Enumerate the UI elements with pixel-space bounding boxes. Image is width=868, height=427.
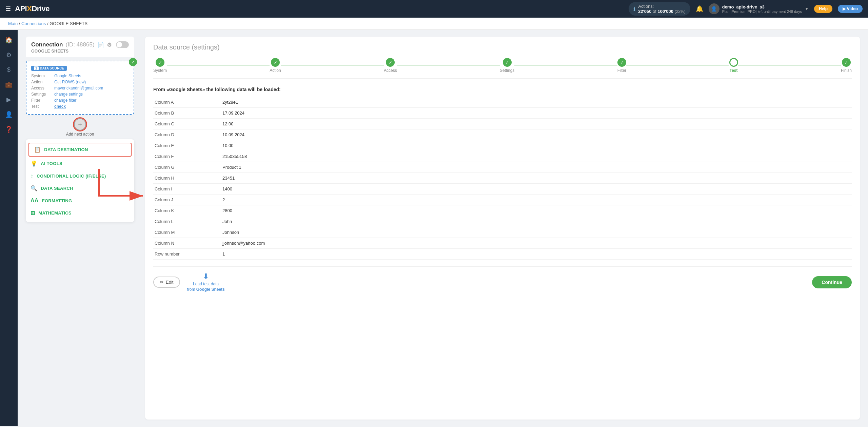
action-menu: 📋 DATA DESTINATION💡 AI TOOLS↕ CONDITIONA… bbox=[26, 139, 134, 222]
step-access[interactable]: ✓ Access bbox=[384, 58, 397, 73]
datasource-title: Data source (settings) bbox=[153, 43, 852, 51]
step-dot-access: ✓ bbox=[386, 58, 395, 67]
bell-icon[interactable]: 🔔 bbox=[696, 5, 703, 13]
logo-text: APIXDrive bbox=[15, 4, 50, 13]
datasource-row-value[interactable]: change filter bbox=[54, 98, 76, 103]
step-system[interactable]: ✓ System bbox=[153, 58, 167, 73]
sidebar-icon-help[interactable]: ❓ bbox=[3, 123, 15, 136]
menu-item-ai_tools[interactable]: 💡 AI TOOLS bbox=[26, 157, 134, 170]
datasource-row-value[interactable]: maverickandrii@gmail.com bbox=[54, 86, 103, 90]
step-test[interactable]: Test bbox=[729, 58, 738, 73]
logo: APIXDrive bbox=[15, 4, 50, 13]
table-row: Column H 23451 bbox=[153, 173, 852, 184]
table-row: Column K 2800 bbox=[153, 205, 852, 216]
table-cell-col: Column K bbox=[153, 205, 221, 216]
step-dot-system: ✓ bbox=[156, 58, 164, 67]
topnav-right: 🔔 👤 demo_apix-drive_s3 Plan |Premium PRO… bbox=[696, 3, 863, 14]
datasource-row-label: Action bbox=[31, 80, 52, 84]
table-row: Column D 10.09.2024 bbox=[153, 129, 852, 140]
table-cell-col: Column G bbox=[153, 162, 221, 173]
settings-icon[interactable]: ⚙ bbox=[107, 42, 112, 48]
step-connector bbox=[626, 65, 729, 65]
menu-item-data_search[interactable]: 🔍 DATA SEARCH bbox=[26, 182, 134, 195]
menu-item-label-data_destination: DATA DESTINATION bbox=[44, 147, 88, 152]
sidebar-icon-tools[interactable]: 💼 bbox=[3, 79, 15, 91]
step-dot-action: ✓ bbox=[271, 58, 280, 67]
table-cell-val: Product 1 bbox=[221, 162, 852, 173]
table-row: Column C 12:00 bbox=[153, 119, 852, 129]
sidebar-icon-play[interactable]: ▶ bbox=[3, 94, 15, 106]
table-cell-col: Column B bbox=[153, 108, 221, 119]
datasource-row-value[interactable]: Get ROWS (new) bbox=[54, 80, 86, 84]
add-action-button[interactable]: + bbox=[74, 118, 86, 130]
data-intro: From «Google Sheets» the following data … bbox=[153, 87, 852, 92]
sidebar-icon-home[interactable]: 🏠 bbox=[3, 34, 15, 46]
datasource-rows: System Google SheetsAction Get ROWS (new… bbox=[31, 74, 129, 109]
breadcrumb-current: GOOGLE SHEETS bbox=[50, 21, 87, 26]
edit-button[interactable]: ✏ Edit bbox=[153, 277, 180, 288]
step-connector bbox=[397, 65, 500, 65]
table-cell-col: Column C bbox=[153, 119, 221, 129]
datasource-row-value[interactable]: Google Sheets bbox=[54, 74, 81, 78]
table-cell-val: 1400 bbox=[221, 184, 852, 195]
help-button[interactable]: Help bbox=[814, 5, 832, 13]
user-menu[interactable]: 👤 demo_apix-drive_s3 Plan |Premium PRO| … bbox=[709, 3, 809, 14]
datasource-row: Settings change settings bbox=[31, 92, 129, 97]
datasource-row-value[interactable]: change settings bbox=[54, 92, 83, 97]
step-connector bbox=[281, 65, 384, 65]
step-action[interactable]: ✓ Action bbox=[270, 58, 281, 73]
add-action-label: Add next action bbox=[66, 132, 94, 137]
step-label-action: Action bbox=[270, 68, 281, 73]
continue-button[interactable]: Continue bbox=[812, 276, 852, 288]
table-cell-col: Column D bbox=[153, 129, 221, 140]
table-cell-val: 10.09.2024 bbox=[221, 129, 852, 140]
table-row: Row number 1 bbox=[153, 249, 852, 260]
pencil-icon: ✏ bbox=[160, 280, 164, 285]
breadcrumb-main[interactable]: Main bbox=[8, 21, 18, 26]
stepper: ✓ System✓ Action✓ Access✓ Settings✓ Filt… bbox=[153, 58, 852, 79]
menu-item-label-ai_tools: AI TOOLS bbox=[41, 161, 62, 166]
toggle-switch[interactable] bbox=[116, 41, 129, 48]
table-cell-val: 2 bbox=[221, 195, 852, 205]
menu-item-data_destination[interactable]: 📋 DATA DESTINATION bbox=[28, 143, 132, 157]
menu-item-formatting[interactable]: Aa FORMATTING bbox=[26, 195, 134, 207]
step-label-finish: Finish bbox=[841, 68, 852, 73]
datasource-row-label: Access bbox=[31, 86, 52, 90]
video-button[interactable]: ▶ Video bbox=[838, 5, 863, 13]
topnav: ☰ APIXDrive ℹ Actions: 22'050 of 100'000… bbox=[0, 0, 868, 18]
sidebar-icon-user[interactable]: 👤 bbox=[3, 108, 15, 121]
breadcrumb-connections[interactable]: Connections bbox=[21, 21, 46, 26]
add-action-section: + Add next action bbox=[26, 118, 134, 137]
table-cell-val: 2yt28e1 bbox=[221, 97, 852, 108]
step-filter[interactable]: ✓ Filter bbox=[617, 58, 627, 73]
table-row: Column J 2 bbox=[153, 195, 852, 205]
table-cell-col: Column H bbox=[153, 173, 221, 184]
hamburger-icon[interactable]: ☰ bbox=[5, 5, 11, 13]
content: Connection (ID: 48865) 📄 ⚙ GOOGLE SHEETS… bbox=[18, 30, 868, 426]
menu-item-mathematics[interactable]: ⊞ MATHEMATICS bbox=[26, 207, 134, 219]
menu-item-icon-data_search: 🔍 bbox=[31, 185, 37, 191]
table-cell-col: Column M bbox=[153, 227, 221, 238]
sidebar-icon-billing[interactable]: $ bbox=[3, 64, 15, 76]
datasource-row: Test check bbox=[31, 104, 129, 109]
actions-pill: ℹ Actions: 22'050 of 100'000 (22%) bbox=[629, 2, 690, 16]
download-icon: ⬇ bbox=[203, 272, 209, 281]
menu-item-conditional_logic[interactable]: ↕ CONDITIONAL LOGIC (IF/ELSE) bbox=[26, 170, 134, 182]
load-test-data-button[interactable]: ⬇ Load test data from Google Sheets bbox=[187, 272, 224, 292]
datasource-row-value[interactable]: check bbox=[54, 104, 66, 109]
copy-icon[interactable]: 📄 bbox=[97, 42, 104, 48]
sidebar-icon-connections[interactable]: ⚙ bbox=[3, 49, 15, 61]
avatar: 👤 bbox=[709, 3, 719, 14]
main-layout: 🏠 ⚙ $ 💼 ▶ 👤 ❓ Connection (ID: 48865) 📄 ⚙ bbox=[0, 30, 868, 426]
table-cell-col: Column N bbox=[153, 238, 221, 249]
step-settings[interactable]: ✓ Settings bbox=[500, 58, 514, 73]
table-cell-col: Column L bbox=[153, 216, 221, 227]
datasource-row: Filter change filter bbox=[31, 98, 129, 103]
step-label-settings: Settings bbox=[500, 68, 514, 73]
datasource-row-label: Filter bbox=[31, 98, 52, 103]
user-details: demo_apix-drive_s3 Plan |Premium PRO| le… bbox=[722, 4, 802, 14]
chevron-down-icon: ▼ bbox=[805, 6, 809, 11]
table-row: Column F 2150355158 bbox=[153, 151, 852, 162]
step-finish[interactable]: ✓ Finish bbox=[841, 58, 852, 73]
step-dot-filter: ✓ bbox=[617, 58, 626, 67]
